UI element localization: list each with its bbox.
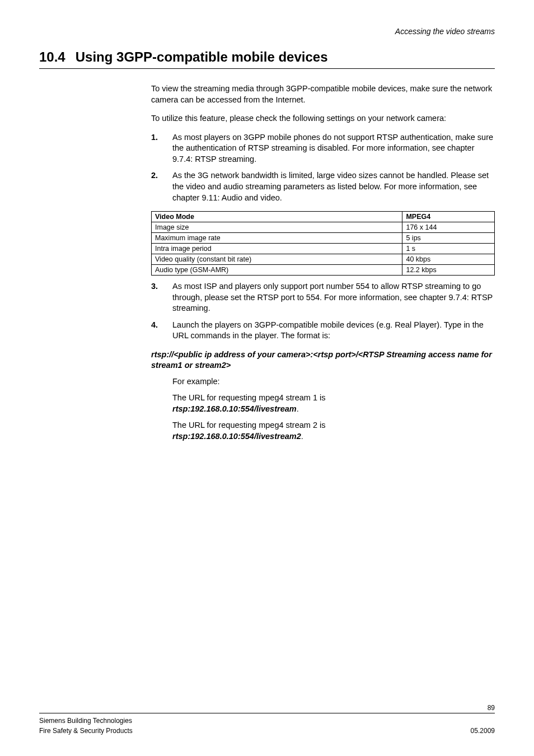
table-cell: Maximum image rate: [152, 233, 402, 244]
table-header: Video Mode: [152, 212, 402, 222]
step-text: As most ISP and players only support por…: [172, 281, 495, 314]
steps-list-a: 1. As most players on 3GPP mobile phones…: [151, 132, 495, 203]
list-item: 4. Launch the players on 3GPP-compatible…: [151, 320, 495, 342]
table-cell: 40 kbps: [402, 254, 495, 265]
page-footer: 89 Siemens Building Technologies Fire Sa…: [39, 704, 495, 736]
example-block: For example: The URL for requesting mpeg…: [172, 376, 495, 442]
period: .: [297, 404, 299, 413]
period: .: [301, 432, 303, 441]
list-item: 1. As most players on 3GPP mobile phones…: [151, 132, 495, 165]
section-divider: [39, 68, 495, 69]
table-cell: 12.2 kbps: [402, 265, 495, 276]
table-row: Video Mode MPEG4: [152, 212, 495, 222]
list-item: 3. As most ISP and players only support …: [151, 281, 495, 314]
table-cell: Audio type (GSM-AMR): [152, 265, 402, 276]
intro-para-2: To utilize this feature, please check th…: [151, 113, 495, 124]
section-heading: 10.4 Using 3GPP-compatible mobile device…: [39, 49, 495, 65]
step-number: 4.: [151, 320, 162, 342]
table-row: Audio type (GSM-AMR)12.2 kbps: [152, 265, 495, 276]
table-row: Intra image period1 s: [152, 244, 495, 254]
table-cell: 176 x 144: [402, 222, 495, 233]
table-row: Image size176 x 144: [152, 222, 495, 233]
intro-para-1: To view the streaming media through 3GPP…: [151, 83, 495, 105]
page-number: 89: [39, 704, 495, 712]
video-mode-table: Video Mode MPEG4 Image size176 x 144 Max…: [151, 211, 495, 276]
section-number: 10.4: [39, 49, 65, 65]
step-number: 2.: [151, 170, 162, 203]
table-cell: 5 ips: [402, 233, 495, 244]
example-url: rtsp:192.168.0.10:554/livestream2: [172, 432, 301, 441]
steps-list-b: 3. As most ISP and players only support …: [151, 281, 495, 342]
header-breadcrumb: Accessing the video streams: [39, 27, 495, 36]
table-cell: Video quality (constant bit rate): [152, 254, 402, 265]
example-label: For example:: [172, 376, 495, 388]
table-cell: Intra image period: [152, 244, 402, 254]
footer-divider: [39, 713, 495, 713]
example-text: The URL for requesting mpeg4 stream 1 is: [172, 393, 325, 402]
url-format: rtsp://<public ip address of your camera…: [151, 349, 495, 371]
step-text: As the 3G network bandwidth is limited, …: [172, 170, 495, 203]
list-item: 2. As the 3G network bandwidth is limite…: [151, 170, 495, 203]
example-2: The URL for requesting mpeg4 stream 2 is…: [172, 420, 495, 442]
section-title: Using 3GPP-compatible mobile devices: [76, 49, 328, 65]
table-row: Video quality (constant bit rate)40 kbps: [152, 254, 495, 265]
example-1: The URL for requesting mpeg4 stream 1 is…: [172, 393, 495, 414]
footer-date: 05.2009: [471, 726, 495, 736]
step-text: Launch the players on 3GPP-compatible mo…: [172, 320, 495, 342]
step-number: 1.: [151, 132, 162, 165]
step-number: 3.: [151, 281, 162, 314]
footer-company: Siemens Building Technologies: [39, 716, 133, 726]
table-row: Maximum image rate5 ips: [152, 233, 495, 244]
footer-division: Fire Safety & Security Products: [39, 726, 133, 736]
step-text: As most players on 3GPP mobile phones do…: [172, 132, 495, 165]
table-cell: 1 s: [402, 244, 495, 254]
example-text: The URL for requesting mpeg4 stream 2 is: [172, 421, 325, 430]
example-url: rtsp:192.168.0.10:554/livestream: [172, 404, 297, 413]
main-content: To view the streaming media through 3GPP…: [151, 83, 495, 442]
table-cell: Image size: [152, 222, 402, 233]
table-header: MPEG4: [402, 212, 495, 222]
